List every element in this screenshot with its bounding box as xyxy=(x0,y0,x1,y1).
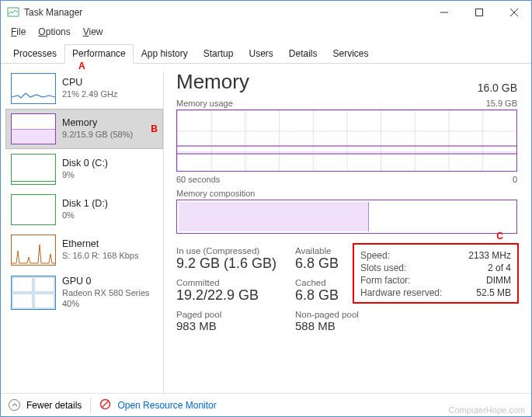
annotation-b: B xyxy=(151,123,158,134)
speed-key: Speed: xyxy=(360,250,390,261)
sidebar: CPU21% 2.49 GHz Memory9.2/15.9 GB (58%) … xyxy=(1,64,163,399)
resource-monitor-icon[interactable] xyxy=(99,398,111,412)
cpu-thumb xyxy=(11,73,56,104)
annotation-c: C xyxy=(496,231,503,242)
menu-options[interactable]: Options xyxy=(33,24,75,40)
ethernet-thumb xyxy=(11,235,56,266)
inuse-value: 9.2 GB (1.6 GB) xyxy=(176,255,289,272)
tab-bar: Processes Performance App history Startu… xyxy=(1,43,531,64)
side-memory[interactable]: Memory9.2/15.9 GB (58%) B xyxy=(5,109,163,149)
hw-value: 52.5 MB xyxy=(476,287,511,298)
side-disk1[interactable]: Disk 1 (D:)0% xyxy=(5,189,163,230)
disk0-thumb xyxy=(11,154,56,185)
open-resource-monitor-link[interactable]: Open Resource Monitor xyxy=(117,400,216,411)
stats-area: In use (Compressed)9.2 GB (1.6 GB) Commi… xyxy=(176,246,517,332)
speed-value: 2133 MHz xyxy=(468,250,511,261)
vertical-divider xyxy=(163,71,164,394)
side-cpu[interactable]: CPU21% 2.49 GHz xyxy=(5,68,163,109)
watermark: ComputerHope.com xyxy=(449,405,525,415)
side-gpu-name: GPU 0 xyxy=(62,276,150,288)
side-disk1-sub: 0% xyxy=(62,210,108,221)
svg-rect-8 xyxy=(34,294,54,308)
page-title: Memory xyxy=(176,70,249,94)
side-ethernet[interactable]: EthernetS: 16.0 R: 168 Kbps xyxy=(5,230,163,270)
paged-value: 983 MB xyxy=(176,319,289,332)
gpu-thumb xyxy=(11,276,56,310)
nonpaged-label: Non-paged pool xyxy=(295,310,365,319)
svg-line-10 xyxy=(102,401,109,408)
axis-right: 0 xyxy=(513,175,517,184)
svg-rect-5 xyxy=(12,277,33,292)
app-icon xyxy=(7,6,19,19)
svg-rect-2 xyxy=(475,9,482,16)
side-disk1-name: Disk 1 (D:) xyxy=(62,198,108,210)
side-memory-name: Memory xyxy=(62,117,133,130)
inuse-label: In use (Compressed) xyxy=(176,246,289,255)
slots-key: Slots used: xyxy=(360,262,406,273)
spec-box: Speed:2133 MHz Slots used:2 of 4 Form fa… xyxy=(353,243,519,304)
side-disk0-sub: 9% xyxy=(62,170,108,181)
tab-performance[interactable]: Performance xyxy=(64,44,134,64)
minimize-button[interactable] xyxy=(426,1,461,24)
paged-label: Paged pool xyxy=(176,310,289,319)
nonpaged-value: 588 MB xyxy=(295,319,365,332)
side-memory-sub: 9.2/15.9 GB (58%) xyxy=(62,130,133,141)
disk1-thumb xyxy=(11,194,56,225)
hw-key: Hardware reserved: xyxy=(360,287,442,298)
side-eth-name: Ethernet xyxy=(62,238,138,251)
detail-panel: Memory 16.0 GB Memory usage15.9 GB 60 se… xyxy=(167,64,531,399)
tab-processes[interactable]: Processes xyxy=(5,44,64,64)
capacity-value: 16.0 GB xyxy=(478,82,517,94)
tab-startup[interactable]: Startup xyxy=(196,44,242,64)
menu-file[interactable]: File xyxy=(5,24,31,40)
tab-services[interactable]: Services xyxy=(325,44,377,64)
form-value: DIMM xyxy=(486,275,511,286)
title-bar: Task Manager xyxy=(1,1,531,24)
committed-label: Committed xyxy=(176,278,289,287)
maximize-button[interactable] xyxy=(461,1,496,24)
form-key: Form factor: xyxy=(360,275,411,286)
side-eth-sub: S: 16.0 R: 168 Kbps xyxy=(62,251,138,262)
close-button[interactable] xyxy=(496,1,531,24)
comp-label: Memory composition xyxy=(176,189,255,198)
memory-thumb xyxy=(11,113,56,144)
side-cpu-name: CPU xyxy=(62,77,118,89)
side-disk0-name: Disk 0 (C:) xyxy=(62,158,108,170)
side-gpu[interactable]: GPU 0Radeon RX 580 Series 40% xyxy=(5,270,163,315)
slots-value: 2 of 4 xyxy=(488,262,511,273)
tab-apphistory[interactable]: App history xyxy=(134,44,196,64)
menu-bar: File Options View xyxy=(1,24,531,42)
committed-value: 19.2/22.9 GB xyxy=(176,287,289,304)
chevron-up-icon[interactable] xyxy=(9,399,20,411)
svg-rect-6 xyxy=(34,277,54,292)
side-disk0[interactable]: Disk 0 (C:)9% xyxy=(5,149,163,189)
axis-left: 60 seconds xyxy=(176,175,220,184)
svg-rect-7 xyxy=(12,294,33,308)
tab-details[interactable]: Details xyxy=(281,44,325,64)
usage-right: 15.9 GB xyxy=(486,99,517,108)
tab-users[interactable]: Users xyxy=(241,44,280,64)
composition-chart[interactable] xyxy=(176,200,517,234)
side-gpu-sub: Radeon RX 580 Series 40% xyxy=(62,288,150,310)
menu-view[interactable]: View xyxy=(78,24,109,40)
content-area: CPU21% 2.49 GHz Memory9.2/15.9 GB (58%) … xyxy=(1,64,531,399)
usage-label: Memory usage xyxy=(176,99,233,108)
annotation-a: A xyxy=(78,61,85,71)
side-cpu-sub: 21% 2.49 GHz xyxy=(62,89,118,100)
window-title: Task Manager xyxy=(24,7,82,18)
fewer-details-link[interactable]: Fewer details xyxy=(26,400,82,411)
usage-chart[interactable] xyxy=(176,109,517,172)
